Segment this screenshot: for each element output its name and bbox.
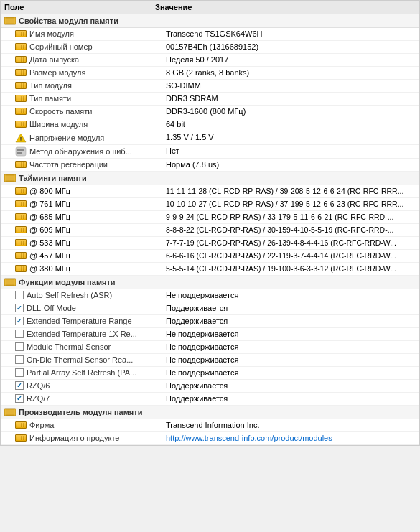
value-cell: 00157B4Eh (1316689152)	[166, 42, 416, 51]
value-cell: 10-10-10-27 (CL-RCD-RP-RAS) / 37-199-5-1…	[166, 200, 416, 208]
function-value: Не поддерживается	[166, 291, 416, 299]
section-ram-icon	[4, 278, 16, 286]
value-cell: 9-9-9-24 (CL-RCD-RP-RAS) / 33-179-5-11-6…	[166, 213, 416, 221]
function-checkbox[interactable]	[15, 342, 24, 351]
data-row: Размер модуля8 GB (2 ranks, 8 banks)	[1, 67, 419, 80]
table-body: Свойства модуля памятиИмя модуляTranscen…	[1, 14, 419, 445]
field-cell: @ 685 МГц	[15, 213, 166, 221]
value-cell: 11-11-11-28 (CL-RCD-RP-RAS) / 39-208-5-1…	[166, 187, 416, 195]
section-ram-icon	[4, 408, 16, 416]
field-cell: Информация о продукте	[15, 434, 166, 442]
function-field: DLL-Off Mode	[15, 304, 166, 312]
value-cell[interactable]: http://www.transcend-info.com/product/mo…	[166, 434, 416, 442]
ram-icon	[15, 43, 27, 50]
field-label: @ 533 МГц	[29, 238, 70, 247]
function-field: Partial Array Self Refresh (PA...	[15, 368, 166, 377]
value-cell: DDR3-1600 (800 МГц)	[166, 107, 416, 116]
ram-icon	[15, 121, 27, 128]
field-label: Имя модуля	[29, 29, 74, 38]
svg-text:!: !	[20, 136, 22, 143]
field-cell: @ 380 МГц	[15, 264, 166, 273]
function-label: Partial Array Self Refresh (PA...	[27, 368, 136, 377]
timing-row: @ 685 МГц9-9-9-24 (CL-RCD-RP-RAS) / 33-1…	[1, 211, 419, 224]
value-cell: 8-8-8-22 (CL-RCD-RP-RAS) / 30-159-4-10-5…	[166, 225, 416, 234]
function-field: Extended Temperature 1X Re...	[15, 330, 166, 338]
function-label: Extended Temperature 1X Re...	[27, 330, 137, 338]
function-value: Поддерживается	[166, 394, 416, 403]
field-cell: Метод обнаружения ошиб...	[15, 146, 166, 157]
function-row: RZQ/6Поддерживается	[1, 380, 419, 393]
value-cell: 64 bit	[166, 120, 416, 129]
data-row: Метод обнаружения ошиб...Нет	[1, 145, 419, 159]
function-checkbox[interactable]	[15, 317, 24, 325]
field-cell: Фирма	[15, 421, 166, 429]
table-header: Поле Значение	[1, 1, 419, 14]
field-label: Метод обнаружения ошиб...	[29, 147, 132, 156]
field-cell: Ширина модуля	[15, 120, 166, 129]
field-label: Фирма	[29, 421, 54, 429]
ram-icon	[15, 30, 27, 37]
value-cell: Неделя 50 / 2017	[166, 55, 416, 64]
section-title: Тайминги памяти	[19, 174, 87, 182]
function-value: Не поддерживается	[166, 342, 416, 351]
function-label: RZQ/7	[27, 394, 50, 403]
data-row: Ширина модуля64 bit	[1, 118, 419, 131]
field-cell: Размер модуля	[15, 68, 166, 77]
data-row: Серийный номер00157B4Eh (1316689152)	[1, 41, 419, 54]
value-cell: Transcend TS1GSK64W6H	[166, 29, 416, 38]
data-row: Дата выпускаНеделя 50 / 2017	[1, 54, 419, 67]
method-icon	[15, 146, 27, 157]
field-cell: Частота регенерации	[15, 160, 166, 169]
function-value: Поддерживается	[166, 304, 416, 312]
function-label: Module Thermal Sensor	[27, 342, 111, 351]
ram-icon	[15, 226, 27, 233]
field-label: Тип памяти	[29, 94, 71, 103]
field-cell: @ 533 МГц	[15, 238, 166, 247]
ram-icon	[15, 213, 27, 220]
ram-icon	[15, 239, 27, 246]
section-header-manufacturer: Производитель модуля памяти	[1, 406, 419, 419]
svg-rect-10	[16, 147, 26, 156]
ram-icon	[15, 187, 27, 195]
field-cell: Имя модуля	[15, 29, 166, 38]
data-row: Информация о продуктеhttp://www.transcen…	[1, 432, 419, 445]
product-link[interactable]: http://www.transcend-info.com/product/mo…	[166, 434, 332, 442]
function-value: Не поддерживается	[166, 368, 416, 377]
field-label: @ 380 МГц	[29, 264, 70, 273]
function-value: Не поддерживается	[166, 355, 416, 364]
function-field: RZQ/7	[15, 394, 166, 403]
function-value: Поддерживается	[166, 381, 416, 390]
function-label: RZQ/6	[27, 381, 50, 390]
section-title: Производитель модуля памяти	[19, 408, 142, 416]
function-checkbox[interactable]	[15, 330, 24, 338]
function-row: Auto Self Refresh (ASR)Не поддерживается	[1, 289, 419, 302]
function-label: DLL-Off Mode	[27, 304, 76, 312]
ram-icon	[15, 161, 27, 168]
ram-icon	[15, 95, 27, 102]
value-cell: 7-7-7-19 (CL-RCD-RP-RAS) / 26-139-4-8-4-…	[166, 238, 416, 247]
function-checkbox[interactable]	[15, 368, 24, 377]
svg-rect-21	[4, 279, 16, 286]
ram-icon	[15, 69, 27, 76]
data-row: Скорость памятиDDR3-1600 (800 МГц)	[1, 106, 419, 118]
function-checkbox[interactable]	[15, 291, 24, 299]
function-field: On-Die Thermal Sensor Rea...	[15, 355, 166, 364]
function-checkbox[interactable]	[15, 304, 24, 312]
function-checkbox[interactable]	[15, 394, 24, 403]
value-cell: 5-5-5-14 (CL-RCD-RP-RAS) / 19-100-3-6-3-…	[166, 264, 416, 273]
function-checkbox[interactable]	[15, 381, 24, 390]
field-label: Ширина модуля	[29, 120, 88, 129]
field-cell: !Напряжение модуля	[15, 133, 166, 143]
function-label: On-Die Thermal Sensor Rea...	[27, 355, 133, 364]
function-checkbox[interactable]	[15, 355, 24, 364]
value-cell: Норма (7.8 us)	[166, 160, 416, 169]
svg-rect-11	[17, 149, 24, 151]
value-cell: 8 GB (2 ranks, 8 banks)	[166, 68, 416, 77]
function-field: Extended Temperature Range	[15, 317, 166, 325]
data-row: Тип памятиDDR3 SDRAM	[1, 93, 419, 106]
function-row: On-Die Thermal Sensor Rea...Не поддержив…	[1, 354, 419, 367]
value-cell: 6-6-6-16 (CL-RCD-RP-RAS) / 22-119-3-7-4-…	[166, 251, 416, 260]
function-row: RZQ/7Поддерживается	[1, 393, 419, 406]
header-field: Поле	[4, 3, 155, 11]
section-ram-icon	[4, 174, 16, 182]
